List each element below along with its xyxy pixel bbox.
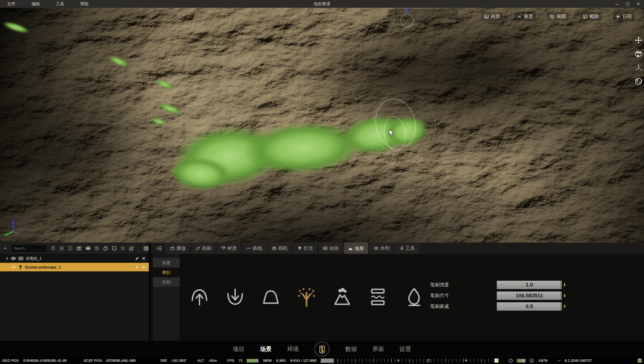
- fps-value: 71: [239, 358, 243, 363]
- tab-brush[interactable]: 画刷: [191, 243, 215, 254]
- delete-icon[interactable]: [142, 257, 146, 260]
- lower-tool-button[interactable]: [225, 287, 245, 307]
- tab-camera[interactable]: 相机: [268, 243, 292, 254]
- sunlight-button[interactable]: 日照: [613, 12, 635, 21]
- axis-station-icon[interactable]: [635, 64, 642, 71]
- place-icon: [170, 246, 175, 251]
- tab-light[interactable]: 灯光: [293, 243, 317, 254]
- chart-add-icon[interactable]: [129, 246, 134, 251]
- speed-gauge-icon[interactable]: [508, 358, 513, 363]
- app-logo-icon[interactable]: [314, 341, 330, 357]
- volcano-tool-button[interactable]: [332, 287, 352, 307]
- param-row-size: 笔刷尺寸 106.583511: [430, 291, 565, 300]
- list-view-icon[interactable]: [120, 246, 125, 251]
- restore-icon[interactable]: [626, 2, 630, 6]
- nav-data[interactable]: 数据: [345, 345, 357, 353]
- nav-environment[interactable]: 环境: [287, 345, 299, 353]
- duplicate-icon[interactable]: [103, 246, 108, 251]
- viewport-frame-icon[interactable]: [112, 246, 117, 251]
- tab-tools[interactable]: 工具: [395, 243, 419, 254]
- outliner-row-hydropower[interactable]: 水电站_1: [0, 254, 149, 263]
- tab-label: 地形: [355, 245, 364, 252]
- ecef-pos-value: 6378095,448,-580: [107, 358, 136, 363]
- screenshot-icon: [583, 14, 588, 19]
- expander-icon[interactable]: [6, 257, 8, 260]
- dir-label: DIR: [160, 358, 167, 363]
- menu-help[interactable]: 帮助: [80, 1, 89, 7]
- nav-project[interactable]: 项目: [233, 345, 245, 353]
- brush-strength-slider[interactable]: 1.0: [497, 280, 562, 289]
- slider-tick-icon: [564, 283, 565, 286]
- brush-size-slider[interactable]: 106.583511: [497, 291, 562, 300]
- timeline-ticks[interactable]: [337, 359, 492, 362]
- timeline-end-marker: [494, 358, 498, 363]
- tab-water[interactable]: 水利: [370, 243, 394, 254]
- menu-tools[interactable]: 工具: [56, 1, 64, 7]
- panel-menu-icon[interactable]: [154, 244, 165, 253]
- speed-label: 速度: [524, 13, 533, 20]
- menu-edit[interactable]: 编辑: [32, 1, 40, 7]
- erosion-tool-button[interactable]: [297, 287, 316, 307]
- view-button[interactable]: 视图: [547, 12, 569, 21]
- filmstrip-icon[interactable]: [85, 246, 91, 251]
- nav-settings[interactable]: 设置: [399, 345, 411, 353]
- timeline-scrubber[interactable]: [321, 358, 334, 363]
- mode-paint[interactable]: 粉刷: [153, 277, 180, 287]
- tab-terrain[interactable]: 地形: [344, 243, 368, 254]
- tools-icon: [399, 246, 404, 251]
- bottom-panel: 水电站_1 SceneLandscape_1: [0, 243, 644, 341]
- frame-counter: 1/676: [538, 358, 547, 363]
- tab-route[interactable]: 路线: [242, 243, 266, 254]
- view-cube-icon: [550, 14, 555, 19]
- nav-scene[interactable]: 场景: [260, 345, 272, 353]
- mem-label: MEM: [263, 358, 271, 363]
- eye-icon[interactable]: [11, 265, 16, 269]
- flatten-tool-button[interactable]: [261, 287, 281, 307]
- speed-button[interactable]: 速度: [514, 12, 536, 21]
- search-input[interactable]: [11, 245, 47, 252]
- eraser-tool-button[interactable]: [404, 287, 424, 307]
- mode-sculpt[interactable]: 雕刻: [153, 268, 180, 277]
- marquee-select-icon[interactable]: [59, 246, 64, 251]
- clock-icon[interactable]: [529, 358, 534, 363]
- quality-button[interactable]: 画质: [481, 12, 503, 21]
- fit-view-icon[interactable]: [94, 246, 99, 251]
- outliner-row-scenelandscape[interactable]: SceneLandscape_1: [0, 263, 149, 271]
- screenshot-button[interactable]: 截图: [580, 12, 602, 21]
- collapse-up-icon[interactable]: [3, 246, 7, 251]
- menu-file[interactable]: 文件: [7, 1, 15, 7]
- ecef-pos-label: ECEF POS: [84, 358, 102, 363]
- terrace-icon: [368, 287, 388, 307]
- orientation-gizmo: z: [2, 215, 23, 239]
- play-marker-icon: [398, 359, 400, 362]
- nav-interface[interactable]: 界面: [372, 345, 384, 353]
- status-check-icon[interactable]: [638, 358, 642, 363]
- viewport-3d[interactable]: 画质 速度 视图 截图 日照: [0, 8, 644, 243]
- edit-icon[interactable]: [135, 265, 139, 269]
- eye-icon[interactable]: [11, 257, 16, 260]
- status-dashes: --: [558, 358, 560, 363]
- globe-locate-icon[interactable]: [635, 77, 642, 85]
- tab-animation[interactable]: 动画: [319, 243, 343, 254]
- edit-icon[interactable]: [135, 256, 139, 261]
- delete-icon[interactable]: [142, 265, 146, 269]
- camera-capture-icon[interactable]: [76, 246, 82, 251]
- globe-icon[interactable]: [635, 50, 642, 58]
- mode-new[interactable]: 新建: [153, 258, 180, 267]
- main-nav: 项目 场景 环境 数据 界面 设置: [0, 341, 644, 357]
- close-icon[interactable]: [636, 2, 640, 6]
- tab-place[interactable]: 摆放: [166, 243, 190, 254]
- tab-material[interactable]: 材质: [217, 243, 241, 254]
- brush-falloff-slider[interactable]: 0.5: [497, 302, 562, 311]
- sunlight-label: 日照: [622, 13, 632, 20]
- pan-move-icon[interactable]: [635, 37, 642, 44]
- frame-focus-icon[interactable]: [68, 246, 73, 251]
- app-window: 文件 编辑 工具 帮助 地形教课: [0, 0, 644, 364]
- minimize-icon[interactable]: [615, 2, 619, 6]
- refresh-icon[interactable]: [51, 246, 56, 251]
- terrace-tool-button[interactable]: [368, 287, 388, 307]
- raise-tool-button[interactable]: [189, 287, 209, 307]
- dotted-handle-icon[interactable]: [401, 14, 414, 27]
- raise-icon: [189, 287, 209, 307]
- grid-view-icon[interactable]: [143, 246, 149, 251]
